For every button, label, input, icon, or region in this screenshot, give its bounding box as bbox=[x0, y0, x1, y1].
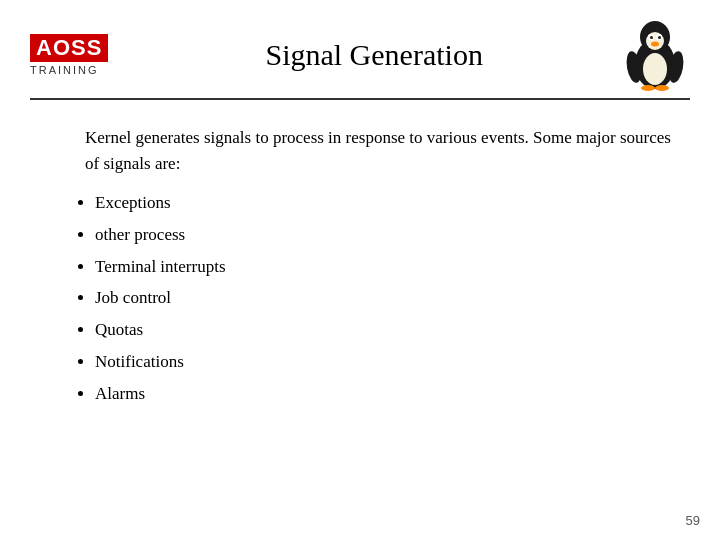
page-number: 59 bbox=[686, 513, 700, 528]
header: AOSS TRAINING Signal Generation bbox=[30, 20, 690, 100]
slide: AOSS TRAINING Signal Generation bbox=[0, 0, 720, 540]
svg-point-8 bbox=[651, 42, 659, 47]
logo-area: AOSS TRAINING bbox=[30, 34, 108, 76]
logo-text: AOSS bbox=[30, 34, 108, 62]
svg-point-1 bbox=[643, 53, 667, 85]
svg-point-3 bbox=[646, 32, 664, 50]
bullet-list: Exceptions other process Terminal interr… bbox=[50, 188, 675, 408]
list-item: Alarms bbox=[95, 379, 675, 409]
svg-point-7 bbox=[658, 36, 661, 39]
main-content: Kernel generates signals to process in r… bbox=[30, 110, 690, 408]
list-item: Terminal interrupts bbox=[95, 252, 675, 282]
list-item: Quotas bbox=[95, 315, 675, 345]
list-item: Notifications bbox=[95, 347, 675, 377]
list-item: Exceptions bbox=[95, 188, 675, 218]
svg-point-12 bbox=[655, 85, 669, 91]
intro-paragraph: Kernel generates signals to process in r… bbox=[85, 125, 675, 176]
logo-training: TRAINING bbox=[30, 64, 99, 76]
slide-title: Signal Generation bbox=[128, 38, 620, 72]
list-item: Job control bbox=[95, 283, 675, 313]
svg-point-11 bbox=[641, 85, 655, 91]
svg-point-6 bbox=[650, 36, 653, 39]
list-item: other process bbox=[95, 220, 675, 250]
tux-penguin-icon bbox=[620, 20, 690, 90]
